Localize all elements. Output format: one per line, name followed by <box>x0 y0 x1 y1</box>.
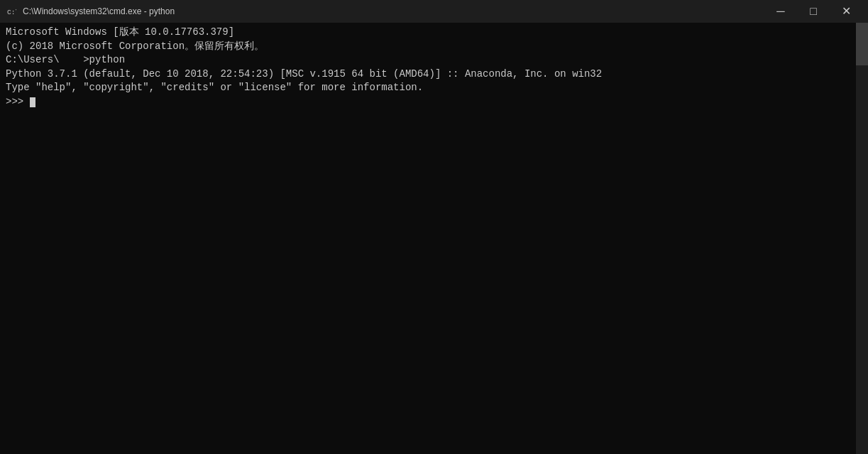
scrollbar-thumb[interactable] <box>856 23 868 65</box>
minimize-icon: ─ <box>776 6 784 17</box>
console-wrapper: Microsoft Windows [版本 10.0.17763.379](c)… <box>0 23 868 454</box>
svg-text:C:\: C:\ <box>7 9 16 16</box>
maximize-button[interactable]: □ <box>797 0 830 23</box>
console-line: (c) 2018 Microsoft Corporation。保留所有权利。 <box>6 40 850 54</box>
window-controls: ─ □ ✕ <box>764 0 862 23</box>
console-output[interactable]: Microsoft Windows [版本 10.0.17763.379](c)… <box>0 23 856 454</box>
console-line: C:\Users\ >python <box>6 53 850 67</box>
title-bar: C:\ C:\Windows\system32\cmd.exe - python… <box>0 0 868 23</box>
window-title: C:\Windows\system32\cmd.exe - python <box>23 6 764 16</box>
cmd-window: C:\ C:\Windows\system32\cmd.exe - python… <box>0 0 868 454</box>
scrollbar[interactable] <box>856 23 868 454</box>
console-line: Python 3.7.1 (default, Dec 10 2018, 22:5… <box>6 67 850 82</box>
cmd-icon: C:\ <box>6 6 17 17</box>
console-line: Microsoft Windows [版本 10.0.17763.379] <box>6 26 850 40</box>
close-button[interactable]: ✕ <box>830 0 862 23</box>
cursor-blink <box>30 97 35 107</box>
close-icon: ✕ <box>842 6 851 17</box>
console-line: >>> <box>6 95 850 109</box>
minimize-button[interactable]: ─ <box>764 0 797 23</box>
console-line: Type "help", "copyright", "credits" or "… <box>6 81 850 95</box>
maximize-icon: □ <box>810 6 817 17</box>
